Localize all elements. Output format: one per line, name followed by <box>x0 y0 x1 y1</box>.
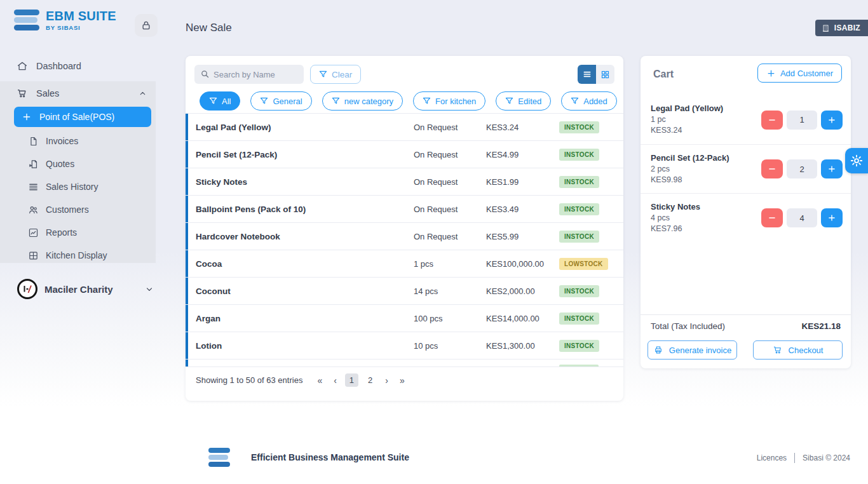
table-row[interactable]: Pencil Set (12-Pack) On Request KES4.99 … <box>186 140 623 168</box>
page-2-button[interactable]: 2 <box>363 373 377 387</box>
sidebar-item-label: Customers <box>46 205 89 215</box>
sidebar-item-invoices[interactable]: Invoices <box>28 132 156 150</box>
page-1-button[interactable]: 1 <box>345 373 358 387</box>
sidebar-item-customers[interactable]: Customers <box>28 201 156 218</box>
table-row[interactable]: Sticky Notes On Request KES1.99 INSTOCK <box>186 168 623 195</box>
sidebar-item-point-of-sale[interactable]: Point of Sale(POS) <box>14 107 151 127</box>
building-icon <box>822 24 830 32</box>
list-view-button[interactable] <box>578 65 596 84</box>
status-badge: INSTOCK <box>559 313 599 325</box>
table-row[interactable]: Argan 100 pcs KES14,000.00 INSTOCK <box>186 304 623 332</box>
last-page-button[interactable]: » <box>397 374 408 387</box>
pos-page: EBM SUITE BY SIBASI Dashboard Sales <box>0 0 868 484</box>
sidebar-item-dashboard[interactable]: Dashboard <box>17 57 81 75</box>
quantity-value[interactable]: 4 <box>787 208 817 227</box>
sidebar-item-sales[interactable]: Sales <box>17 84 147 103</box>
product-qty: On Request <box>414 150 486 159</box>
increase-quantity-button[interactable] <box>821 208 843 227</box>
product-name: Sticky Notes <box>196 177 414 187</box>
generate-invoice-label: Generate invoice <box>669 346 731 355</box>
filter-chip-label: Edited <box>518 97 541 106</box>
plus-icon <box>827 213 836 222</box>
product-name: Hardcover Notebook <box>196 232 414 241</box>
sidebar-item-reports[interactable]: Reports <box>28 224 156 241</box>
product-price: KES2,000.00 <box>486 286 559 296</box>
table-row[interactable]: Hardcover Notebook On Request KES5.99 IN… <box>186 222 623 250</box>
first-page-button[interactable]: « <box>314 374 325 387</box>
product-name: Lotion <box>196 341 414 351</box>
filter-chip-label: Added <box>583 97 607 106</box>
checkout-button[interactable]: Checkout <box>753 340 843 360</box>
sidebar-item-label: Sales <box>36 88 59 98</box>
table-row[interactable]: Lotion 10 pcs KES1,300.00 INSTOCK <box>186 332 623 359</box>
filter-chip-label: All <box>222 97 231 106</box>
status-badge: INSTOCK <box>559 121 599 133</box>
quantity-stepper: 1 <box>761 111 843 130</box>
sidebar-item-label: Point of Sale(POS) <box>39 112 114 122</box>
sidebar-item-quotes[interactable]: Quotes <box>28 155 156 173</box>
cart-icon <box>17 88 28 99</box>
filter-chip-for-kitchen[interactable]: For kitchen <box>413 91 485 111</box>
filter-icon <box>319 71 327 79</box>
increase-quantity-button[interactable] <box>821 159 843 178</box>
filter-chip-new-category[interactable]: new category <box>322 91 403 111</box>
minus-icon <box>768 116 776 124</box>
sidebar-item-label: Quotes <box>46 159 74 169</box>
grid-view-button[interactable] <box>596 65 614 84</box>
increase-quantity-button[interactable] <box>821 111 843 130</box>
filter-chip-all[interactable]: All <box>200 91 240 111</box>
org-switcher[interactable]: Maciler Charity <box>17 278 154 300</box>
table-row[interactable]: Ballpoint Pens (Pack of 10) On Request K… <box>186 195 623 222</box>
status-badge: INSTOCK <box>559 340 599 352</box>
plus-icon <box>827 116 836 124</box>
add-customer-button[interactable]: Add Customer <box>757 64 842 83</box>
licences-link[interactable]: Licences <box>757 454 787 462</box>
table-row[interactable]: Legal Pad (Yellow) On Request KES3.24 IN… <box>186 113 623 140</box>
prev-page-button[interactable]: ‹ <box>330 374 340 387</box>
clear-filter-button[interactable]: Clear <box>310 65 361 84</box>
filter-chip-edited[interactable]: Edited <box>496 91 551 111</box>
quantity-stepper: 4 <box>761 208 843 227</box>
table-row[interactable]: Coconut 14 pcs KES2,000.00 INSTOCK <box>186 277 623 304</box>
decrease-quantity-button[interactable] <box>761 111 783 130</box>
users-icon <box>28 205 39 215</box>
sidebar-item-kitchen-display[interactable]: Kitchen Display <box>28 246 156 264</box>
cart-title: Cart <box>653 69 674 80</box>
org-badge-label: ISABIZ <box>834 24 860 32</box>
brand-logo[interactable]: EBM SUITE BY SIBASI <box>14 9 116 31</box>
filter-chip-label: new category <box>344 97 393 106</box>
settings-button[interactable] <box>845 148 868 173</box>
table-row[interactable]: Cocoa 1 pcs KES100,000.00 LOWSTOCK <box>186 250 623 277</box>
plus-icon <box>827 165 836 173</box>
search-input[interactable] <box>194 65 304 84</box>
cart-panel: Cart Add Customer Legal Pad (Yellow) 1 p… <box>641 56 851 368</box>
lock-icon <box>140 20 152 31</box>
generate-invoice-button[interactable]: Generate invoice <box>648 340 737 360</box>
quantity-value[interactable]: 2 <box>787 159 817 178</box>
sidebar-item-label: Kitchen Display <box>46 250 107 260</box>
quantity-value[interactable]: 1 <box>787 111 817 130</box>
product-name: Argan <box>196 314 414 323</box>
chart-icon <box>28 227 39 238</box>
cart-divider <box>641 314 851 315</box>
footer-suite-name: Efficient Business Management Suite <box>251 452 409 462</box>
sidebar-item-label: Reports <box>46 227 77 238</box>
decrease-quantity-button[interactable] <box>761 159 783 178</box>
next-page-button[interactable]: › <box>382 374 391 387</box>
chevron-down-icon <box>145 285 154 293</box>
lock-button[interactable] <box>135 14 158 37</box>
cart-total-value: KES21.18 <box>801 321 841 331</box>
org-badge-button[interactable]: ISABIZ <box>815 20 868 36</box>
table-row-clipped[interactable] <box>186 359 623 366</box>
cart-total-label: Total (Tax Included) <box>651 321 725 331</box>
decrease-quantity-button[interactable] <box>761 208 783 227</box>
sidebar-item-label: Dashboard <box>36 61 81 71</box>
filter-chip-general[interactable]: General <box>250 91 311 111</box>
filter-icon <box>505 97 513 105</box>
search-box <box>194 65 304 84</box>
add-customer-label: Add Customer <box>780 69 833 78</box>
sidebar-item-sales-history[interactable]: Sales History <box>28 178 156 196</box>
status-badge: INSTOCK <box>559 176 599 188</box>
pagination: Showing 1 to 50 of 63 entries « ‹ 1 2 › … <box>186 366 623 393</box>
filter-chip-added[interactable]: Added <box>561 91 617 111</box>
